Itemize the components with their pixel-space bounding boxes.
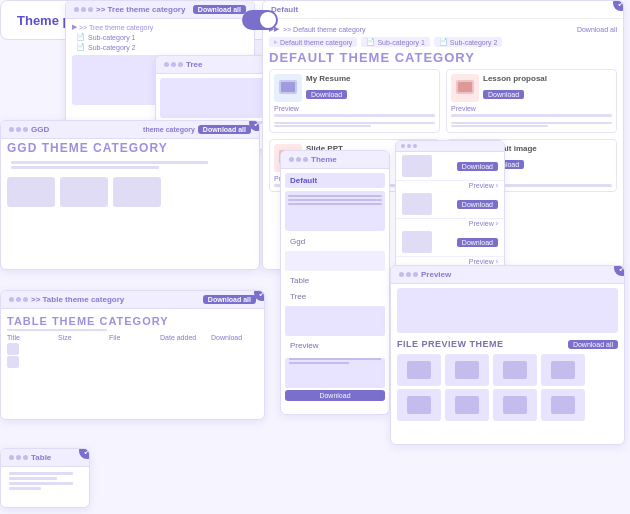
preview-dl-badge[interactable]: Download all xyxy=(568,340,618,349)
preview-card-header: Preview xyxy=(391,266,624,284)
preview-file-title: FILE PREVIEW THEME xyxy=(397,339,504,349)
sidebar-item-tree[interactable]: Tree xyxy=(285,289,385,304)
tree-item-label-2: Sub-category 2 xyxy=(88,44,135,51)
preview-main-box xyxy=(397,288,618,333)
table-header: >> Table theme category Download all xyxy=(1,291,264,309)
prev-inner-8 xyxy=(551,396,575,414)
svg-rect-3 xyxy=(458,82,472,92)
dl-row-1: Download xyxy=(396,152,504,181)
tree-top-download-badge[interactable]: Download all xyxy=(193,5,246,14)
default-breadcrumb-label: >> Default theme category xyxy=(283,26,366,33)
prev-icon-8 xyxy=(541,389,585,421)
bc-icon-2: 📄 xyxy=(366,38,375,46)
prev-inner-6 xyxy=(455,396,479,414)
dot-1 xyxy=(401,144,405,148)
dl-row-3: Download xyxy=(396,228,504,257)
table-row-2 xyxy=(7,356,258,368)
table-download-badge[interactable]: Download all xyxy=(203,295,256,304)
preview-link-1[interactable]: Preview › xyxy=(396,181,504,190)
theme-item-1: My Resume Download Preview xyxy=(269,69,440,133)
theme-item-2-dl[interactable]: Download xyxy=(483,90,524,99)
theme-sidebar-header: Theme xyxy=(281,151,389,169)
sidebar-item-default[interactable]: Default xyxy=(285,173,385,188)
theme-item-2-info: Lesson proposal Download xyxy=(483,74,612,101)
row-icon-2 xyxy=(7,356,19,368)
dl-btn-1[interactable]: Download xyxy=(457,162,498,171)
tree-top-header: >> Tree theme category Download all xyxy=(66,1,254,19)
tree-items: 📄 Sub-category 1 📄 Sub-category 2 xyxy=(72,33,248,51)
table-theme-body: TABLE THEME CATEGORY Title Size File Dat… xyxy=(1,309,264,373)
sidebar-line-3 xyxy=(288,203,382,205)
theme-icon-1 xyxy=(274,74,302,102)
tree-item-label-1: Sub-category 1 xyxy=(88,34,135,41)
ggd-mini-preview xyxy=(285,251,385,271)
dl-thumb-3 xyxy=(402,231,432,253)
theme-item-2-name: Lesson proposal xyxy=(483,74,612,83)
p-line-2 xyxy=(289,362,349,364)
preview-link-2[interactable]: Preview › xyxy=(396,219,504,228)
table-row-1 xyxy=(7,343,258,355)
theme-sidebar-title: Theme xyxy=(311,155,381,164)
table-header-title: >> Table theme category xyxy=(31,295,200,304)
prev-inner-1 xyxy=(407,361,431,379)
col-size: Size xyxy=(58,334,105,341)
sidebar-line-1 xyxy=(288,195,382,197)
table-small-body xyxy=(1,467,89,495)
theme-lines-1 xyxy=(274,121,435,128)
sidebar-preview-default xyxy=(285,191,385,231)
theme-item-2-top: Lesson proposal Download xyxy=(451,74,612,102)
dot-2 xyxy=(407,144,411,148)
sidebar-item-preview[interactable]: Preview xyxy=(285,338,385,353)
dl-btn-2[interactable]: Download xyxy=(457,200,498,209)
sidebar-download-btn[interactable]: Download xyxy=(285,390,385,401)
theme-item-2: Lesson proposal Download Preview xyxy=(446,69,617,133)
theme-item-1-dl[interactable]: Download xyxy=(306,90,347,99)
col-date: Date added xyxy=(160,334,207,341)
theme-line-2a xyxy=(451,122,612,124)
col-file: File xyxy=(109,334,156,341)
dl-panel-bar xyxy=(396,141,504,152)
ggd-line-2 xyxy=(11,166,159,169)
sidebar-preview-lines xyxy=(285,191,385,209)
theme-item-1-preview: Preview xyxy=(274,105,435,117)
preview-mini-preview xyxy=(285,358,385,388)
bc-2: 📄 Sub-category 1 xyxy=(361,37,429,47)
row-icon-1 xyxy=(7,343,19,355)
preview-icons-row xyxy=(397,354,618,386)
theme-toggle[interactable] xyxy=(242,10,278,30)
preview-icons-row-2 xyxy=(397,389,618,421)
bc-icon-1: ▸ xyxy=(274,38,278,46)
sidebar-item-ggd[interactable]: Ggd xyxy=(285,234,385,249)
table-small-card: ✓ Table xyxy=(0,448,90,508)
ggd-download-badge[interactable]: Download all xyxy=(198,125,251,134)
ggd-title: GGD xyxy=(31,125,140,134)
dot-3 xyxy=(413,144,417,148)
tree-item-1: 📄 Sub-category 1 xyxy=(76,33,248,41)
default-download-badge[interactable]: Download all xyxy=(577,26,617,33)
dl-btn-3[interactable]: Download xyxy=(457,238,498,247)
preview-bar-2 xyxy=(451,114,612,117)
theme-item-1-top: My Resume Download xyxy=(274,74,435,102)
ggd-category-title: GGD THEME CATEGORY xyxy=(1,139,259,157)
file-icon-2: 📄 xyxy=(76,43,85,51)
preview-sub-header: FILE PREVIEW THEME Download all xyxy=(397,337,618,351)
default-category-title: DEFAULT THEME CATEGORY xyxy=(269,50,617,65)
preview-card: ✓ Preview FILE PREVIEW THEME Download al… xyxy=(390,265,625,445)
ggd-block-1 xyxy=(7,177,55,207)
tree-mini-preview xyxy=(285,306,385,336)
sidebar-line-2 xyxy=(288,199,382,201)
sidebar-item-table[interactable]: Table xyxy=(285,273,385,288)
table-header-row: Title Size File Date added Download xyxy=(7,334,258,341)
prev-icon-6 xyxy=(445,389,489,421)
tree-breadcrumb: ▶ >> Tree theme category xyxy=(72,23,248,31)
ts-line-4 xyxy=(9,487,41,490)
default-header: Default xyxy=(263,1,623,19)
dl-thumb-1 xyxy=(402,155,432,177)
theme-item-1-info: My Resume Download xyxy=(306,74,435,101)
ggd-lines xyxy=(1,157,259,173)
bc-icon-3: 📄 xyxy=(439,38,448,46)
dl-thumb-2 xyxy=(402,193,432,215)
ts-line-2 xyxy=(9,477,57,480)
ts-line-3 xyxy=(9,482,73,485)
theme-line-1a xyxy=(274,122,435,124)
